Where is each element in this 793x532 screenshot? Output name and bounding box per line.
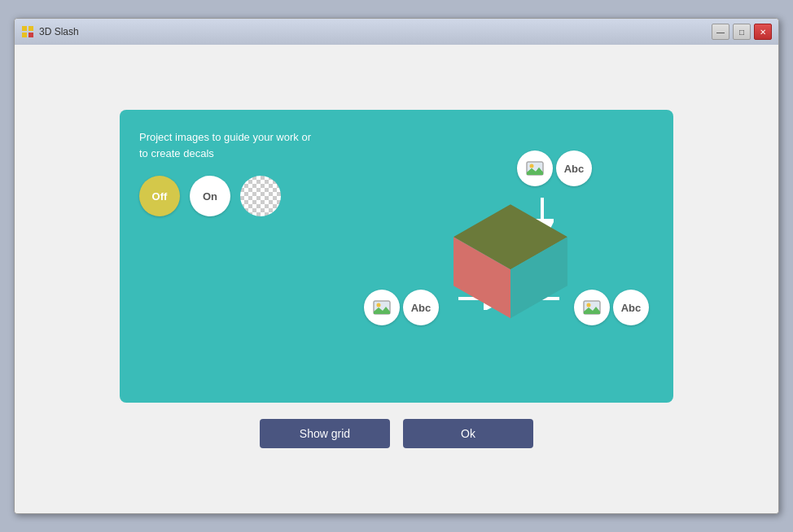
window-title: 3D Slash — [39, 26, 79, 37]
right-abc-label: Abc — [613, 290, 649, 325]
title-bar-left: 3D Slash — [21, 25, 79, 38]
top-abc-label: Abc — [556, 150, 592, 186]
app-icon — [21, 25, 34, 38]
top-image-group: Abc — [517, 150, 592, 186]
transparency-button[interactable] — [240, 176, 281, 216]
maximize-button[interactable]: □ — [733, 24, 751, 40]
3d-cube — [437, 196, 584, 329]
window-content: Project images to guide your work or to … — [15, 45, 778, 513]
svg-point-5 — [530, 164, 534, 168]
svg-rect-3 — [28, 33, 33, 37]
show-grid-button[interactable]: Show grid — [260, 419, 390, 448]
svg-rect-2 — [22, 33, 27, 37]
svg-point-15 — [587, 303, 591, 307]
svg-rect-1 — [28, 26, 33, 31]
window-controls: — □ ✕ — [712, 24, 772, 40]
top-image-icon — [517, 150, 553, 186]
app-window: 3D Slash — □ ✕ Project images to guide y… — [14, 18, 779, 514]
minimize-button[interactable]: — — [712, 24, 729, 40]
left-image-group: Abc — [364, 290, 439, 325]
ok-button[interactable]: Ok — [403, 419, 533, 448]
cube-area: Abc — [380, 142, 641, 370]
main-panel: Project images to guide your work or to … — [120, 110, 673, 403]
left-abc-label: Abc — [403, 290, 439, 325]
off-button[interactable]: Off — [139, 176, 180, 216]
svg-rect-0 — [22, 26, 27, 31]
close-button[interactable]: ✕ — [754, 24, 772, 40]
svg-point-10 — [377, 303, 381, 307]
left-image-icon — [364, 290, 400, 325]
on-button[interactable]: On — [190, 176, 230, 216]
title-bar: 3D Slash — □ ✕ — [15, 19, 778, 45]
right-image-group: Abc — [574, 290, 649, 325]
bottom-buttons: Show grid Ok — [260, 419, 533, 448]
